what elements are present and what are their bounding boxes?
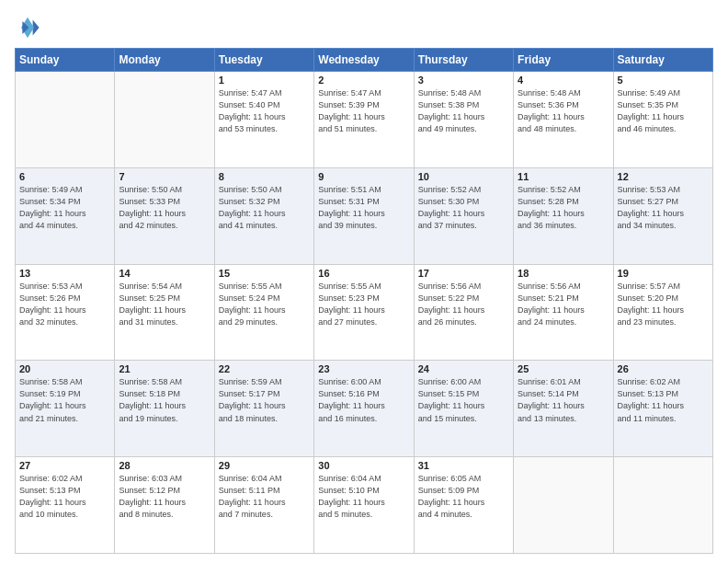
day-number: 3 bbox=[418, 75, 509, 86]
day-info: Sunrise: 5:51 AMSunset: 5:31 PMDaylight:… bbox=[318, 184, 409, 232]
calendar-day-cell: 21Sunrise: 5:58 AMSunset: 5:18 PMDayligh… bbox=[115, 361, 214, 457]
weekday-header-saturday: Saturday bbox=[613, 49, 712, 72]
day-info: Sunrise: 5:48 AMSunset: 5:38 PMDaylight:… bbox=[418, 87, 509, 135]
weekday-header-row: SundayMondayTuesdayWednesdayThursdayFrid… bbox=[16, 49, 713, 72]
calendar-day-cell: 30Sunrise: 6:04 AMSunset: 5:10 PMDayligh… bbox=[314, 457, 414, 554]
header bbox=[15, 15, 713, 40]
calendar-day-cell: 16Sunrise: 5:55 AMSunset: 5:23 PMDayligh… bbox=[314, 264, 414, 361]
day-info: Sunrise: 6:03 AMSunset: 5:12 PMDaylight:… bbox=[119, 473, 210, 521]
calendar-day-cell: 3Sunrise: 5:48 AMSunset: 5:38 PMDaylight… bbox=[414, 72, 513, 168]
day-number: 10 bbox=[418, 171, 509, 182]
calendar-day-cell bbox=[115, 72, 214, 168]
page: SundayMondayTuesdayWednesdayThursdayFrid… bbox=[0, 0, 728, 563]
calendar-day-cell: 28Sunrise: 6:03 AMSunset: 5:12 PMDayligh… bbox=[115, 457, 214, 554]
day-number: 31 bbox=[418, 460, 509, 471]
day-number: 2 bbox=[318, 75, 409, 86]
day-info: Sunrise: 5:58 AMSunset: 5:18 PMDaylight:… bbox=[119, 376, 210, 424]
day-info: Sunrise: 5:52 AMSunset: 5:28 PMDaylight:… bbox=[518, 184, 609, 232]
day-number: 23 bbox=[318, 363, 409, 374]
day-number: 25 bbox=[518, 363, 609, 374]
day-info: Sunrise: 6:00 AMSunset: 5:16 PMDaylight:… bbox=[318, 376, 409, 424]
day-info: Sunrise: 6:04 AMSunset: 5:11 PMDaylight:… bbox=[219, 473, 310, 521]
logo bbox=[15, 15, 44, 40]
day-number: 29 bbox=[219, 460, 310, 471]
day-number: 28 bbox=[119, 460, 210, 471]
logo-icon bbox=[15, 15, 40, 40]
day-info: Sunrise: 5:52 AMSunset: 5:30 PMDaylight:… bbox=[418, 184, 509, 232]
calendar-week-row: 6Sunrise: 5:49 AMSunset: 5:34 PMDaylight… bbox=[16, 167, 713, 264]
calendar-day-cell: 8Sunrise: 5:50 AMSunset: 5:32 PMDaylight… bbox=[214, 167, 313, 264]
day-info: Sunrise: 5:49 AMSunset: 5:34 PMDaylight:… bbox=[19, 184, 110, 232]
day-number: 5 bbox=[618, 75, 709, 86]
day-info: Sunrise: 6:02 AMSunset: 5:13 PMDaylight:… bbox=[618, 376, 709, 424]
calendar-day-cell: 1Sunrise: 5:47 AMSunset: 5:40 PMDaylight… bbox=[214, 72, 313, 168]
weekday-header-thursday: Thursday bbox=[414, 49, 513, 72]
calendar-table: SundayMondayTuesdayWednesdayThursdayFrid… bbox=[15, 48, 713, 554]
day-number: 12 bbox=[618, 171, 709, 182]
day-info: Sunrise: 5:57 AMSunset: 5:20 PMDaylight:… bbox=[618, 281, 709, 328]
day-number: 20 bbox=[19, 363, 110, 374]
calendar-day-cell: 18Sunrise: 5:56 AMSunset: 5:21 PMDayligh… bbox=[514, 264, 613, 361]
calendar-day-cell: 7Sunrise: 5:50 AMSunset: 5:33 PMDaylight… bbox=[115, 167, 214, 264]
day-info: Sunrise: 5:56 AMSunset: 5:21 PMDaylight:… bbox=[518, 281, 609, 328]
day-number: 17 bbox=[418, 268, 509, 279]
day-info: Sunrise: 6:05 AMSunset: 5:09 PMDaylight:… bbox=[418, 473, 509, 521]
day-number: 14 bbox=[119, 268, 210, 279]
calendar-day-cell bbox=[514, 457, 613, 554]
calendar-day-cell: 14Sunrise: 5:54 AMSunset: 5:25 PMDayligh… bbox=[115, 264, 214, 361]
calendar-day-cell bbox=[16, 72, 115, 168]
calendar-day-cell: 4Sunrise: 5:48 AMSunset: 5:36 PMDaylight… bbox=[514, 72, 613, 168]
day-info: Sunrise: 6:02 AMSunset: 5:13 PMDaylight:… bbox=[19, 473, 110, 521]
day-number: 21 bbox=[119, 363, 210, 374]
calendar-day-cell: 9Sunrise: 5:51 AMSunset: 5:31 PMDaylight… bbox=[314, 167, 414, 264]
calendar-day-cell: 26Sunrise: 6:02 AMSunset: 5:13 PMDayligh… bbox=[613, 361, 712, 457]
calendar-week-row: 20Sunrise: 5:58 AMSunset: 5:19 PMDayligh… bbox=[16, 361, 713, 457]
weekday-header-monday: Monday bbox=[115, 49, 214, 72]
weekday-header-wednesday: Wednesday bbox=[314, 49, 414, 72]
day-number: 1 bbox=[219, 75, 310, 86]
calendar-week-row: 1Sunrise: 5:47 AMSunset: 5:40 PMDaylight… bbox=[16, 72, 713, 168]
calendar-day-cell: 13Sunrise: 5:53 AMSunset: 5:26 PMDayligh… bbox=[16, 264, 115, 361]
day-number: 11 bbox=[518, 171, 609, 182]
day-info: Sunrise: 6:00 AMSunset: 5:15 PMDaylight:… bbox=[418, 376, 509, 424]
calendar-day-cell: 5Sunrise: 5:49 AMSunset: 5:35 PMDaylight… bbox=[613, 72, 712, 168]
day-info: Sunrise: 6:01 AMSunset: 5:14 PMDaylight:… bbox=[518, 376, 609, 424]
day-info: Sunrise: 5:50 AMSunset: 5:32 PMDaylight:… bbox=[219, 184, 310, 232]
calendar-day-cell: 29Sunrise: 6:04 AMSunset: 5:11 PMDayligh… bbox=[214, 457, 313, 554]
calendar-day-cell: 22Sunrise: 5:59 AMSunset: 5:17 PMDayligh… bbox=[214, 361, 313, 457]
day-number: 18 bbox=[518, 268, 609, 279]
weekday-header-friday: Friday bbox=[514, 49, 613, 72]
calendar-day-cell: 25Sunrise: 6:01 AMSunset: 5:14 PMDayligh… bbox=[514, 361, 613, 457]
calendar-day-cell: 19Sunrise: 5:57 AMSunset: 5:20 PMDayligh… bbox=[613, 264, 712, 361]
day-info: Sunrise: 5:50 AMSunset: 5:33 PMDaylight:… bbox=[119, 184, 210, 232]
calendar-day-cell bbox=[613, 457, 712, 554]
day-number: 30 bbox=[318, 460, 409, 471]
calendar-day-cell: 27Sunrise: 6:02 AMSunset: 5:13 PMDayligh… bbox=[16, 457, 115, 554]
calendar-day-cell: 24Sunrise: 6:00 AMSunset: 5:15 PMDayligh… bbox=[414, 361, 513, 457]
day-number: 8 bbox=[219, 171, 310, 182]
day-info: Sunrise: 5:56 AMSunset: 5:22 PMDaylight:… bbox=[418, 281, 509, 328]
day-info: Sunrise: 5:58 AMSunset: 5:19 PMDaylight:… bbox=[19, 376, 110, 424]
day-info: Sunrise: 5:53 AMSunset: 5:26 PMDaylight:… bbox=[19, 281, 110, 328]
calendar-day-cell: 17Sunrise: 5:56 AMSunset: 5:22 PMDayligh… bbox=[414, 264, 513, 361]
calendar-day-cell: 10Sunrise: 5:52 AMSunset: 5:30 PMDayligh… bbox=[414, 167, 513, 264]
day-number: 6 bbox=[19, 171, 110, 182]
calendar-week-row: 13Sunrise: 5:53 AMSunset: 5:26 PMDayligh… bbox=[16, 264, 713, 361]
calendar-day-cell: 15Sunrise: 5:55 AMSunset: 5:24 PMDayligh… bbox=[214, 264, 313, 361]
day-number: 22 bbox=[219, 363, 310, 374]
calendar-day-cell: 2Sunrise: 5:47 AMSunset: 5:39 PMDaylight… bbox=[314, 72, 414, 168]
day-number: 19 bbox=[618, 268, 709, 279]
calendar-day-cell: 6Sunrise: 5:49 AMSunset: 5:34 PMDaylight… bbox=[16, 167, 115, 264]
day-number: 4 bbox=[518, 75, 609, 86]
day-info: Sunrise: 5:47 AMSunset: 5:39 PMDaylight:… bbox=[318, 87, 409, 135]
day-info: Sunrise: 5:59 AMSunset: 5:17 PMDaylight:… bbox=[219, 376, 310, 424]
calendar-week-row: 27Sunrise: 6:02 AMSunset: 5:13 PMDayligh… bbox=[16, 457, 713, 554]
day-number: 27 bbox=[19, 460, 110, 471]
day-number: 9 bbox=[318, 171, 409, 182]
day-info: Sunrise: 5:55 AMSunset: 5:24 PMDaylight:… bbox=[219, 281, 310, 328]
calendar-day-cell: 12Sunrise: 5:53 AMSunset: 5:27 PMDayligh… bbox=[613, 167, 712, 264]
day-info: Sunrise: 5:53 AMSunset: 5:27 PMDaylight:… bbox=[618, 184, 709, 232]
calendar-day-cell: 31Sunrise: 6:05 AMSunset: 5:09 PMDayligh… bbox=[414, 457, 513, 554]
calendar-day-cell: 11Sunrise: 5:52 AMSunset: 5:28 PMDayligh… bbox=[514, 167, 613, 264]
day-number: 24 bbox=[418, 363, 509, 374]
